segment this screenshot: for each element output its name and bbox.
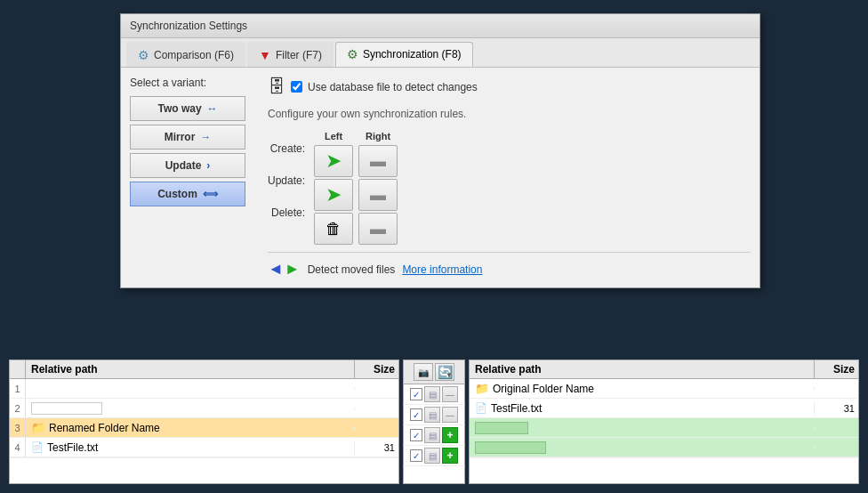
variant-two-way[interactable]: Two way ↔ bbox=[130, 96, 245, 121]
right-row-size-4 bbox=[814, 446, 858, 449]
update-right-btn[interactable]: ▬ bbox=[358, 179, 398, 211]
variant-custom-label: Custom bbox=[157, 188, 197, 200]
right-folder-icon: 📁 bbox=[475, 382, 489, 395]
right-folder-name-1: Original Folder Name bbox=[493, 383, 594, 395]
add-icon-2: + bbox=[446, 449, 453, 462]
update-left-btn[interactable]: ➤ bbox=[314, 179, 353, 211]
table-row: 2 bbox=[10, 399, 398, 418]
minus-icon-2: — bbox=[446, 410, 454, 420]
right-table-row-3 bbox=[470, 418, 858, 438]
folder-small-icon-4: ▤ bbox=[429, 451, 437, 461]
add-btn-3[interactable]: + bbox=[442, 427, 458, 443]
file-tables-section: Relative path Size 1 2 3 📁 Renamed Folde… bbox=[9, 360, 859, 484]
sync-settings-dialog: Synchronization Settings ⚙ Comparison (F… bbox=[120, 13, 760, 288]
tab-filter[interactable]: ▼ Filter (F7) bbox=[247, 42, 334, 67]
create-left-arrow-icon: ➤ bbox=[326, 150, 342, 173]
right-row-content-3 bbox=[470, 420, 814, 436]
left-actions-col: Left ➤ ➤ 🗑 bbox=[314, 131, 353, 245]
sync-gear-icon: ⚙ bbox=[347, 47, 358, 61]
folder-icon: 📁 bbox=[31, 421, 45, 434]
create-right-minus-icon: ▬ bbox=[370, 152, 386, 171]
tab-comparison[interactable]: ⚙ Comparison (F6) bbox=[126, 42, 245, 67]
create-right-btn[interactable]: ▬ bbox=[358, 145, 398, 177]
row-content-2 bbox=[26, 400, 354, 416]
middle-footer bbox=[403, 466, 465, 484]
folder-small-icon: ▤ bbox=[429, 390, 437, 400]
left-file-table: Relative path Size 1 2 3 📁 Renamed Folde… bbox=[9, 360, 399, 484]
db-checkbox[interactable] bbox=[291, 81, 302, 93]
folder-small-icon-2: ▤ bbox=[429, 410, 437, 420]
minus-btn-1[interactable]: — bbox=[442, 386, 458, 402]
left-table-footer bbox=[10, 457, 398, 475]
delete-right-minus-icon: ▬ bbox=[370, 220, 386, 238]
folder-btn-4[interactable]: ▤ bbox=[424, 448, 440, 464]
sync-btn[interactable]: 🔄 ▼ bbox=[435, 363, 454, 381]
row-num-3: 3 bbox=[10, 418, 26, 437]
row-num-4: 4 bbox=[10, 438, 26, 457]
folder-btn-1[interactable]: ▤ bbox=[424, 386, 440, 402]
row-content-1 bbox=[26, 387, 354, 391]
folder-btn-3[interactable]: ▤ bbox=[424, 427, 440, 443]
green-placeholder bbox=[475, 422, 528, 434]
right-table-row-1: 📁 Original Folder Name bbox=[470, 379, 858, 399]
left-col-label: Left bbox=[325, 131, 342, 141]
variant-update[interactable]: Update › bbox=[130, 153, 245, 178]
checkbox-1[interactable]: ✓ bbox=[410, 388, 422, 400]
tab-sync[interactable]: ⚙ Synchronization (F8) bbox=[335, 42, 473, 67]
detect-label: Detect moved files bbox=[308, 263, 396, 276]
camera-icon: 📷 bbox=[418, 368, 429, 377]
checkbox-4[interactable]: ✓ bbox=[410, 449, 422, 462]
action-labels-col: Create: Update: Delete: bbox=[268, 131, 309, 229]
folder-name-3: Renamed Folder Name bbox=[49, 422, 160, 434]
dropdown-arrow-icon: ▼ bbox=[446, 371, 453, 379]
right-row-content-1: 📁 Original Folder Name bbox=[470, 380, 814, 397]
row-size-2 bbox=[354, 407, 398, 410]
create-left-btn[interactable]: ➤ bbox=[314, 145, 353, 177]
right-row-content-2: 📄 TestFile.txt bbox=[470, 400, 814, 416]
minus-icon: — bbox=[446, 390, 454, 400]
left-arrow-icon: ◄ bbox=[268, 260, 284, 279]
right-actions-col: Right ▬ ▬ ▬ bbox=[358, 131, 398, 245]
variant-custom[interactable]: Custom ⟺ bbox=[130, 182, 245, 206]
right-table-footer bbox=[470, 457, 858, 475]
left-path-header: Relative path bbox=[26, 360, 354, 378]
delete-right-btn[interactable]: ▬ bbox=[358, 213, 398, 245]
delete-left-btn[interactable]: 🗑 bbox=[314, 213, 353, 245]
database-icon: 🗄 bbox=[268, 77, 285, 97]
variant-mirror[interactable]: Mirror → bbox=[130, 125, 245, 150]
right-row-size-1 bbox=[814, 387, 858, 391]
checkbox-3[interactable]: ✓ bbox=[410, 429, 422, 441]
gear-icon: ⚙ bbox=[138, 48, 149, 62]
more-info-link[interactable]: More information bbox=[402, 263, 482, 276]
delete-left-trash-icon: 🗑 bbox=[326, 220, 342, 238]
row-size-4: 31 bbox=[354, 440, 398, 455]
variant-two-way-label: Two way bbox=[157, 102, 201, 115]
right-arrow-icon: ► bbox=[285, 260, 301, 279]
add-btn-4[interactable]: + bbox=[442, 448, 458, 464]
mirror-arrow-icon: → bbox=[200, 131, 211, 143]
right-file-name-2: TestFile.txt bbox=[491, 402, 542, 415]
camera-btn[interactable]: 📷 bbox=[414, 363, 433, 381]
tab-comparison-label: Comparison (F6) bbox=[154, 49, 234, 61]
right-col-label: Right bbox=[366, 131, 390, 141]
folder-btn-2[interactable]: ▤ bbox=[424, 407, 440, 423]
table-row: 3 📁 Renamed Folder Name bbox=[10, 418, 398, 438]
row-size-1 bbox=[354, 387, 398, 391]
action-section: Create: Update: Delete: Left ➤ ➤ 🗑 bbox=[268, 131, 751, 245]
checkbox-2[interactable]: ✓ bbox=[410, 408, 422, 421]
update-right-minus-icon: ▬ bbox=[370, 186, 386, 205]
left-size-header: Size bbox=[354, 360, 398, 378]
row-content-4: 📄 TestFile.txt bbox=[26, 440, 354, 456]
right-file-table: Relative path Size 📁 Original Folder Nam… bbox=[469, 360, 859, 484]
right-file-icon: 📄 bbox=[475, 402, 487, 414]
filter-icon: ▼ bbox=[259, 48, 271, 62]
left-row-num-header bbox=[10, 360, 26, 378]
tab-sync-label: Synchronization (F8) bbox=[363, 48, 462, 61]
row-content-3: 📁 Renamed Folder Name bbox=[26, 419, 354, 436]
row-num-1: 1 bbox=[10, 379, 26, 398]
tab-bar: ⚙ Comparison (F6) ▼ Filter (F7) ⚙ Synchr… bbox=[121, 38, 760, 68]
folder-small-icon-3: ▤ bbox=[429, 431, 437, 440]
table-row: 4 📄 TestFile.txt 31 bbox=[10, 438, 398, 457]
empty-input bbox=[31, 402, 102, 415]
minus-btn-2[interactable]: — bbox=[442, 407, 458, 423]
